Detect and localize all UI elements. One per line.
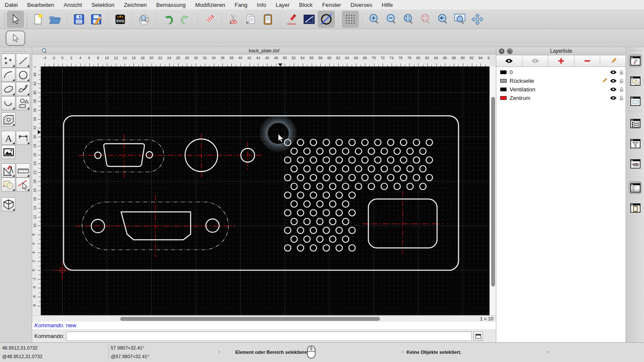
vertical-scrollbar-thumb[interactable] [491,97,495,287]
command-input[interactable] [66,332,472,341]
ellipse-tool-button[interactable] [1,82,15,96]
drawing-canvas[interactable] [41,66,489,315]
copy-button[interactable]: + [242,11,259,28]
dimension-tool-button[interactable] [16,131,30,145]
menu-bearbeiten[interactable]: Bearbeiten [22,2,59,8]
menu-info[interactable]: Info [252,2,271,8]
paste-button[interactable] [259,11,276,28]
save-as-button[interactable] [88,11,105,28]
menu-fenster[interactable]: Fenster [317,2,346,8]
detach-panel-button[interactable]: ❐ [507,48,513,54]
toolbar-handle[interactable] [3,12,6,27]
toolbar-handle[interactable] [25,12,28,27]
vent-hole [381,183,388,190]
modify-selection-button[interactable] [16,178,30,192]
menu-zeichnen[interactable]: Zeichnen [119,2,151,8]
zoom-window-button[interactable] [452,11,469,28]
layer-row-Zentrum[interactable]: Zentrum [496,94,626,102]
dock-handle[interactable] [629,50,641,51]
layer-lock-icon[interactable] [619,78,624,84]
clipboard-panel-toggle[interactable] [629,201,642,214]
layer-row-Ventilation[interactable]: Ventilation [496,85,626,94]
property-editor-toggle[interactable] [629,54,642,67]
layer-row-0[interactable]: 0 [496,68,626,76]
zoom-out-button[interactable] [383,11,400,28]
arc-tool-button[interactable] [1,68,15,82]
edit-layer-button[interactable] [600,55,626,66]
layer-color-swatch[interactable] [500,87,507,91]
palette-handle[interactable] [3,51,29,52]
shapes-tool-button[interactable] [16,96,30,110]
zoom-selection-button[interactable] [417,11,434,28]
select-tool-button[interactable] [7,11,24,28]
selection-filter-toggle[interactable] [629,137,642,150]
block-list-toggle[interactable] [629,74,642,87]
text-tool-button[interactable]: A [1,131,15,145]
polyline-tool-button[interactable] [1,96,15,110]
layer-lock-icon[interactable] [619,69,624,75]
pen-edit-button[interactable] [283,11,301,28]
points-tool-button[interactable] [1,54,15,68]
hatch-tool-button[interactable] [1,112,15,127]
print-preview-button[interactable] [136,11,153,28]
menu-diverses[interactable]: Diverses [346,2,377,8]
command-line-toggle[interactable] [629,181,642,194]
layer-visibility-icon[interactable] [610,87,617,92]
undo-button[interactable] [160,11,177,28]
image-tool-button[interactable] [1,145,15,159]
pan-button[interactable] [469,11,486,28]
add-layer-button[interactable] [548,55,574,66]
menu-fang[interactable]: Fang [230,2,252,8]
menu-selektion[interactable]: Selektion [87,2,119,8]
remove-layer-button[interactable] [574,55,601,66]
line-tool-button[interactable] [16,54,30,68]
menu-modifizieren[interactable]: Modifizieren [191,2,230,8]
horizontal-scrollbar-thumb[interactable] [120,317,380,321]
zoom-auto-button[interactable] [400,11,417,28]
pen-settings-toggle[interactable] [629,157,642,170]
block-tools-button[interactable] [1,178,15,192]
menu-block[interactable]: Block [294,2,317,8]
menu-hilfe[interactable]: Hilfe [377,2,398,8]
line-settings-button[interactable] [301,11,318,28]
layer-visibility-icon[interactable] [610,78,617,83]
layer-lock-icon[interactable] [619,87,624,92]
circle-tool-palette-button[interactable] [16,68,30,82]
layer-list-toggle[interactable] [629,117,642,130]
open-file-button[interactable] [46,11,64,28]
modify-tools-button[interactable] [1,163,15,178]
hide-all-layers-button[interactable] [522,55,549,66]
layer-color-swatch[interactable] [500,79,507,83]
layer-visibility-icon[interactable] [610,96,617,100]
view-3d-button[interactable] [1,197,15,211]
selection-pointer-button[interactable] [6,30,25,46]
redo-button[interactable] [177,11,194,28]
layer-color-swatch[interactable] [500,96,507,100]
circle-tool-button[interactable] [318,11,335,28]
horizontal-scrollbar[interactable]: 1 < 10 [32,315,496,322]
menu-layer[interactable]: Layer [271,2,295,8]
save-button[interactable] [70,11,88,28]
new-file-button[interactable] [29,11,46,28]
vertical-scrollbar[interactable] [489,66,496,315]
delete-button[interactable] [201,11,218,28]
spline-tool-button[interactable] [16,82,30,96]
layer-visibility-icon[interactable] [610,70,617,75]
drawing-window-titlebar[interactable]: back_plate.dxf [32,47,496,54]
layer-row-Rückseite[interactable]: Rückseite [496,76,626,85]
library-browser-toggle[interactable] [629,94,642,108]
close-panel-button[interactable]: ✕ [499,48,504,54]
zoom-previous-button[interactable] [434,11,452,28]
grid-toggle-button[interactable] [342,11,359,28]
cut-button[interactable]: + [225,11,242,28]
zoom-in-button[interactable] [366,11,383,28]
show-all-layers-button[interactable] [496,55,522,66]
layer-color-swatch[interactable] [500,70,507,74]
menu-datei[interactable]: Datei [0,2,22,8]
menu-ansicht[interactable]: Ansicht [59,2,87,8]
command-options-button[interactable] [474,332,483,341]
measure-tools-button[interactable] [16,163,30,178]
svg-export-button[interactable]: SVG [112,11,129,28]
layer-lock-icon[interactable] [619,95,624,101]
menu-bemassung[interactable]: Bemassung [152,2,191,8]
